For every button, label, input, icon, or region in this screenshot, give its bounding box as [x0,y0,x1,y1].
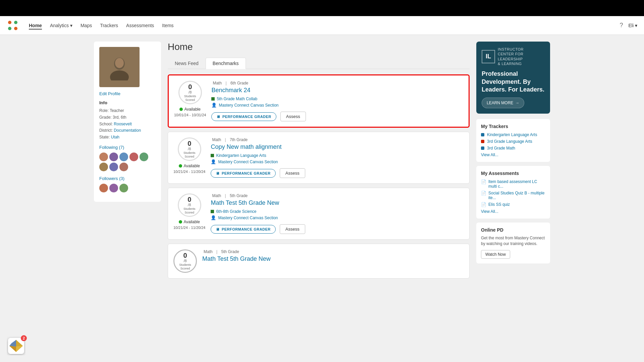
tracker-item-1[interactable]: Kindergarten Language Arts [481,132,545,137]
score-label: StudentsScored [184,95,196,102]
tab-bar: News Feed Benchmarks [168,58,470,69]
document-icon: 📄 [481,202,486,207]
followers-link[interactable]: Followers (3) [99,176,124,181]
tag-item[interactable]: 👤 Mastery Connect Canvas Section [211,215,464,220]
assessments-view-all[interactable]: View All... [481,209,545,214]
badge-count: 2 [21,335,27,341]
app-logo[interactable] [7,19,19,32]
score-label: StudentsScored [183,207,196,215]
edit-profile-link[interactable]: Edit Profile [99,91,156,96]
sidebar: Edit Profile Info Role: Teacher Grade: 3… [94,42,161,279]
tag-item[interactable]: 👤 Mastery Connect Canvas Section [211,159,464,164]
benchmark-actions: 🖥 PERFORMANCE GRADER Assess [211,168,464,178]
tag-item[interactable]: 👤 Mastery Connect Canvas Section [211,103,463,108]
tag-item[interactable]: 6th-8th Grade Science [211,209,464,214]
school-link[interactable]: Roosevelt [114,122,131,126]
nav-maps[interactable]: Maps [80,21,92,29]
nav-analytics[interactable]: Analytics ▾ [50,21,72,29]
assessment-item-1[interactable]: 📄 Item based assessment LC multi c... [481,179,545,189]
person-icon: 👤 [211,103,217,108]
nav-trackers[interactable]: Trackers [100,21,118,29]
score-denom: /8 [183,259,186,263]
bottom-badge[interactable]: 2 [7,337,25,355]
assessment-item-3[interactable]: 📄 Elis SS quiz [481,202,545,207]
page-title: Home [168,42,470,52]
benchmark-card-1: 0 /8 StudentsScored Available 10/01/24 -… [168,74,470,128]
page-container: Edit Profile Info Role: Teacher Grade: 3… [87,35,557,285]
promo-logo-text: INSTRUCTORCENTER FORLEADERSHIP& LEARNING [498,47,524,66]
score-circle-container: 0 /8 StudentsScored Available 10/21/24 -… [173,137,205,174]
tab-benchmarks[interactable]: Benchmarks [206,58,246,69]
promo-title: Professional Development. By Leaders. Fo… [482,70,545,94]
tag-item[interactable]: 5th Grade Math Collab [211,97,463,101]
assess-button-2[interactable]: Assess [280,168,305,178]
my-assessments-title: My Assessments [481,171,545,176]
profile-card: Edit Profile Info Role: Teacher Grade: 3… [94,42,161,202]
following-link[interactable]: Following (7) [99,145,124,150]
profile-photo [99,47,140,87]
svg-point-3 [14,27,17,30]
trackers-view-all[interactable]: View All... [481,153,545,157]
avatar [140,153,148,161]
nav-items[interactable]: Items [162,21,173,29]
avatar [99,184,108,192]
tracker-item-2[interactable]: 3rd Grade Language Arts [481,139,545,144]
help-icon[interactable]: ? [620,22,623,29]
benchmark-info: Math | 7th Grade Copy New math alignment… [211,137,464,178]
tracker-dot [481,146,484,150]
benchmark-info: Math | 5th Grade Math Test 5th Grade New… [211,193,464,234]
arrow-icon: → [515,101,519,105]
benchmark-meta: Math | 5th Grade [202,249,464,254]
nav-assessments[interactable]: Assessments [126,21,154,29]
assessment-item-2[interactable]: 📄 Social Studies Quiz B - multiple ite..… [481,191,545,200]
district-link[interactable]: Documentation [114,128,141,133]
navbar: Home Analytics ▾ Maps Trackers Assessmen… [0,16,644,35]
main-content: Home News Feed Benchmarks 0 /8 StudentsS… [161,42,476,279]
date-range: 10/01/24 - 10/31/24 [174,113,206,117]
state-link[interactable]: Utah [111,135,119,139]
online-pd-section: Online PD Get the most from Mastery Conn… [476,223,550,263]
user-menu[interactable]: Eli ▾ [628,23,637,28]
grade-info: Grade: 3rd, 6th [99,115,156,120]
tab-news-feed[interactable]: News Feed [168,58,206,69]
available-badge: Available [179,107,200,112]
avatar [119,163,128,171]
benchmark-title[interactable]: Benchmark 24 [211,87,463,94]
benchmark-title[interactable]: Math Test 5th Grade New [211,199,464,206]
info-title: Info [99,100,156,105]
performance-grader-button-1[interactable]: 🖥 PERFORMANCE GRADER [211,112,276,121]
svg-point-7 [115,58,124,68]
tracker-item-3[interactable]: 3rd Grade Math [481,146,545,150]
tag-item[interactable]: Kindergarten Language Arts [211,153,464,158]
performance-grader-button-3[interactable]: 🖥 PERFORMANCE GRADER [211,225,275,234]
benchmark-title[interactable]: Math Test 5th Grade New [202,255,464,262]
benchmark-actions: 🖥 PERFORMANCE GRADER Assess [211,112,463,121]
right-sidebar: IL INSTRUCTORCENTER FORLEADERSHIP& LEARN… [476,42,550,279]
grader-icon: 🖥 [216,115,220,119]
score-circle: 0 /8 StudentsScored [173,249,197,273]
my-assessments-section: My Assessments 📄 Item based assessment L… [476,166,550,219]
watch-now-button[interactable]: Watch Now [481,250,510,259]
tracker-dot [481,140,484,143]
learn-more-button[interactable]: LEARN MORE → [482,98,524,108]
score-number: 0 [187,196,191,203]
grader-icon: 🖥 [216,171,220,175]
score-circle: 0 /8 StudentsScored [178,193,201,217]
avatar [119,184,128,192]
score-circle-container: 0 /8 StudentsScored Available 10/01/24 -… [174,81,206,117]
assess-button-1[interactable]: Assess [280,112,306,121]
avatar [99,163,108,171]
score-label: StudentsScored [183,151,196,159]
assess-button-3[interactable]: Assess [280,224,305,234]
score-circle-container: 0 /8 StudentsScored [173,249,197,273]
info-section: Info Role: Teacher Grade: 3rd, 6th Schoo… [99,100,156,140]
my-trackers-section: My Trackers Kindergarten Language Arts 3… [476,119,550,162]
following-section: Following (7) Followers (3) [99,144,156,192]
online-pd-desc: Get the most from Mastery Connect by wat… [481,235,545,247]
performance-grader-button-2[interactable]: 🖥 PERFORMANCE GRADER [211,169,275,178]
chevron-down-icon: ▾ [635,23,637,28]
nav-home[interactable]: Home [29,21,42,29]
nav-links: Home Analytics ▾ Maps Trackers Assessmen… [29,21,620,29]
benchmark-title[interactable]: Copy New math alignment [211,143,464,150]
district-info: District: Documentation [99,128,156,133]
